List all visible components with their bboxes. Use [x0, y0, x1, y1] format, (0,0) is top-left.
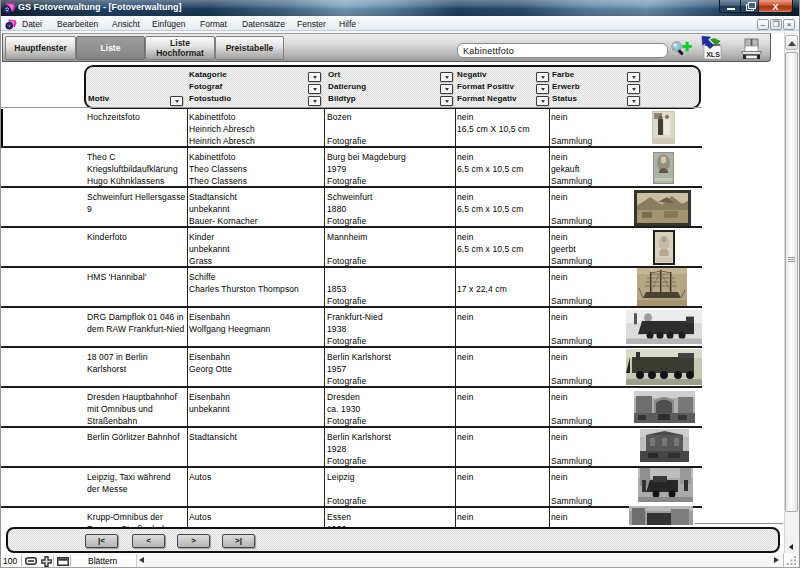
- svg-text:XLS: XLS: [706, 51, 720, 58]
